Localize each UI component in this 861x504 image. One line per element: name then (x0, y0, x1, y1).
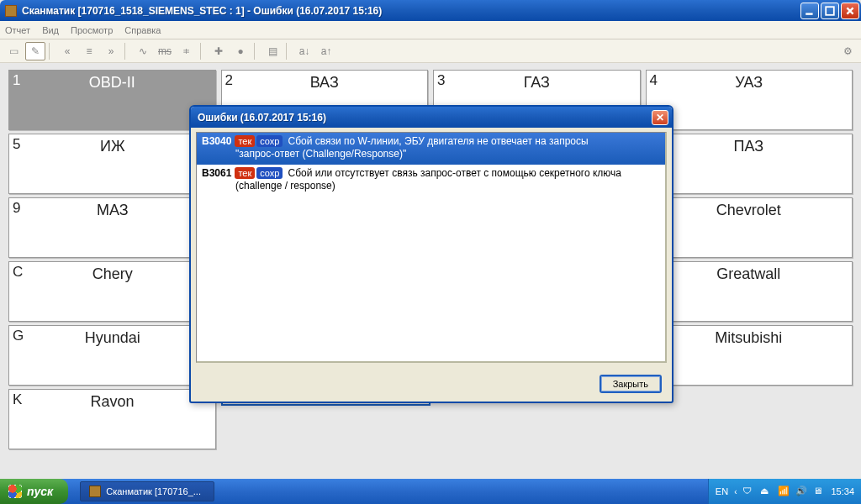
toolbar-nav-last-icon[interactable]: » (101, 42, 121, 60)
cell-key: 9 (13, 200, 20, 217)
tray-network-icon[interactable]: 📶 (778, 486, 790, 497)
tray-monitor-icon[interactable]: 🖥 (813, 486, 825, 497)
cell-key: 3 (437, 72, 445, 89)
toolbar-add-icon[interactable]: ✚ (209, 42, 229, 60)
cell-label: Greatwall (716, 265, 780, 283)
error-description: Сбой или отсутствует связь запрос-ответ … (288, 167, 621, 179)
cell-key: 2 (225, 72, 233, 89)
cell-key: 4 (650, 72, 658, 89)
menu-report[interactable]: Отчет (5, 25, 30, 35)
vehicle-cell-ravon[interactable]: KRavon (8, 389, 216, 449)
taskbar-task-scanmatik[interactable]: Сканматик [170716_... (80, 481, 214, 501)
cell-label: Chevrolet (716, 202, 781, 219)
toolbar-settings-icon[interactable]: ⚙ (837, 42, 858, 60)
errors-list[interactable]: B3040тексохрСбой связи по W-линии, ЭБУ д… (196, 132, 667, 363)
cell-label: УАЗ (735, 74, 763, 92)
toolbar-nav-first-icon[interactable]: « (57, 42, 77, 60)
toolbar-edit-icon[interactable]: ✎ (25, 42, 45, 60)
menu-view[interactable]: Вид (42, 25, 59, 35)
error-row-B3040[interactable]: B3040тексохрСбой связи по W-линии, ЭБУ д… (197, 133, 665, 165)
tray-chevron-icon[interactable]: ‹ (734, 487, 737, 496)
start-label: пуск (27, 485, 53, 498)
errors-dialog-close-icon[interactable]: ✕ (652, 110, 668, 125)
toolbar-ms-icon[interactable]: ms (155, 42, 175, 60)
minimize-button[interactable] (800, 3, 819, 19)
vehicle-cell-chery[interactable]: CChery (8, 261, 217, 322)
start-button[interactable]: пуск (0, 479, 68, 504)
vehicle-cell-маз[interactable]: 9МАЗ (8, 197, 217, 258)
svg-rect-0 (806, 13, 812, 14)
cell-key: G (13, 328, 24, 344)
error-code: B3061 (202, 167, 231, 179)
cell-label: ГАЗ (524, 74, 550, 92)
tray-language[interactable]: EN (716, 486, 728, 496)
menu-help[interactable]: Справка (124, 25, 161, 35)
app-icon (5, 5, 17, 17)
toolbar-font-inc-icon[interactable]: a↑ (316, 42, 336, 60)
cell-key: 1 (13, 72, 20, 89)
menu-browse[interactable]: Просмотр (71, 25, 113, 35)
vehicle-cell-mitsubishi[interactable]: Mitsubishi (645, 325, 853, 386)
cell-label: Chery (92, 265, 133, 283)
toolbar-font-dec-icon[interactable]: a↓ (294, 42, 314, 60)
errors-dialog-titlebar: Ошибки (16.07.2017 15:16) ✕ (191, 107, 672, 128)
cell-label: ПАЗ (733, 138, 763, 155)
tray-device-icon[interactable]: ⏏ (760, 486, 772, 497)
errors-dialog-title: Ошибки (16.07.2017 15:16) (198, 112, 652, 123)
cell-label: Ravon (90, 393, 134, 411)
toolbar: ▭ ✎ « ≡ » ∿ ms ⧧ ✚ ● ▤ a↓ a↑ ⚙ (0, 39, 861, 63)
task-label: Сканматик [170716_... (106, 486, 201, 496)
error-code: B3040 (202, 135, 231, 147)
errors-dialog: Ошибки (16.07.2017 15:16) ✕ B3040тексохр… (189, 105, 673, 403)
error-tag-stored: сохр (256, 167, 283, 179)
vehicle-cell-иж[interactable]: 5ИЖ (8, 134, 217, 194)
vehicle-cell-уаз[interactable]: 4УАЗ (646, 70, 853, 130)
error-tag-current: тек (235, 135, 255, 147)
system-tray[interactable]: EN ‹ 🛡 ⏏ 📶 🔊 🖥 15:34 (708, 479, 861, 504)
cell-key: C (13, 264, 23, 281)
cell-label: Mitsubishi (715, 329, 782, 347)
vehicle-cell-obd-ii[interactable]: 1OBD-II (8, 70, 216, 130)
toolbar-ms-plus-icon[interactable]: ⧧ (177, 42, 197, 60)
svg-rect-1 (826, 7, 834, 15)
tray-shield-icon[interactable]: 🛡 (742, 486, 754, 497)
error-description-2: (challenge / response) (235, 180, 660, 192)
vehicle-cell-chevrolet[interactable]: Chevrolet (645, 197, 853, 258)
error-description: Сбой связи по W-линии, ЭБУ двигателя не … (288, 135, 588, 147)
toolbar-doc-icon[interactable]: ▭ (3, 42, 24, 60)
vehicle-cell-hyundai[interactable]: GHyundai (8, 325, 217, 386)
taskbar: пуск Сканматик [170716_... EN ‹ 🛡 ⏏ 📶 🔊 … (0, 479, 861, 504)
task-app-icon (89, 486, 101, 497)
error-row-B3061[interactable]: B3061тексохрСбой или отсутствует связь з… (197, 165, 665, 197)
error-tag-current: тек (235, 167, 255, 179)
error-tag-stored: сохр (256, 135, 283, 147)
toolbar-chart-icon[interactable]: ▤ (262, 42, 283, 60)
cell-label: ВАЗ (310, 74, 339, 92)
tray-volume-icon[interactable]: 🔊 (795, 486, 807, 497)
toolbar-record-icon[interactable]: ● (230, 42, 251, 60)
cell-key: 5 (13, 136, 20, 153)
window-title: Сканматик [170716_1518_SIEMENS_STEC : 1]… (22, 5, 800, 17)
error-description-2: "запрос-ответ (Challenge/Response)" (235, 148, 660, 160)
cell-label: Hyundai (85, 329, 140, 347)
window-close-button[interactable] (841, 3, 859, 19)
window-titlebar: Сканматик [170716_1518_SIEMENS_STEC : 1]… (0, 0, 861, 21)
maximize-button[interactable] (821, 3, 839, 19)
toolbar-nav-list-icon[interactable]: ≡ (79, 42, 99, 60)
errors-close-button[interactable]: Закрыть (600, 375, 662, 393)
toolbar-wave-icon[interactable]: ∿ (133, 42, 153, 60)
cell-label: OBD-II (89, 74, 135, 92)
vehicle-cell-паз[interactable]: ПАЗ (645, 134, 853, 194)
menu-bar: Отчет Вид Просмотр Справка (0, 21, 861, 39)
cell-label: ИЖ (100, 138, 125, 155)
vehicle-cell-greatwall[interactable]: Greatwall (645, 261, 853, 322)
cell-label: МАЗ (97, 202, 129, 219)
tray-clock[interactable]: 15:34 (831, 486, 854, 496)
cell-key: K (13, 391, 22, 408)
